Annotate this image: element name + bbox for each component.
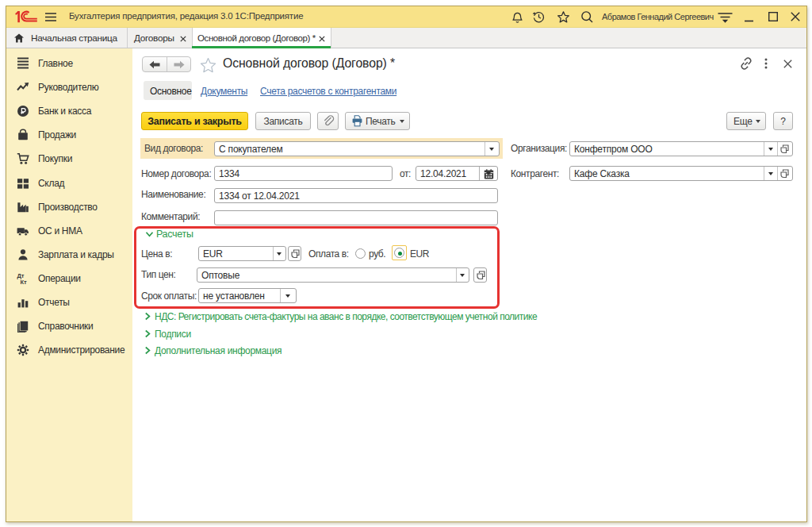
svg-text:Кт: Кт	[21, 279, 28, 285]
